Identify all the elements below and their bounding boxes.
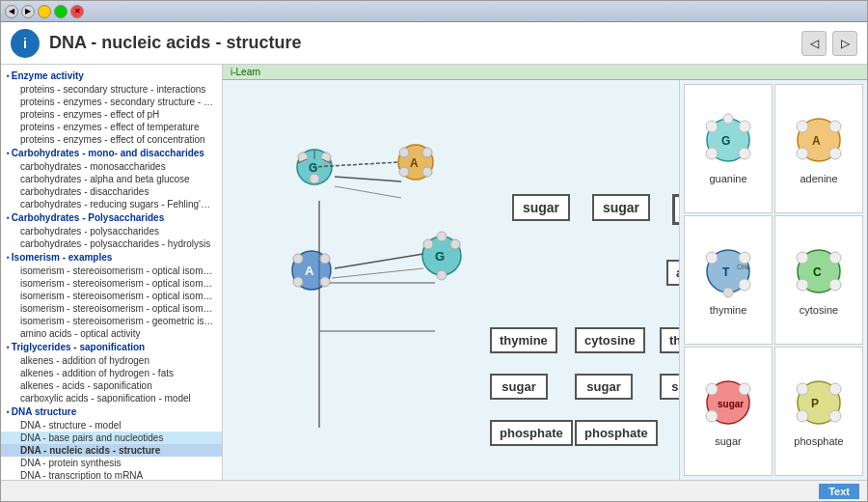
cytosine-image: C <box>785 244 853 302</box>
dna-canvas: G A <box>223 80 679 480</box>
svg-text:sugar: sugar <box>718 399 744 409</box>
label-thymine-2: thymine <box>660 327 679 353</box>
guanine-svg: G <box>694 113 762 169</box>
sidebar-item[interactable]: carbohydrates - reducing sugars - Fehlin… <box>1 198 222 210</box>
minimize-button[interactable] <box>38 5 51 18</box>
svg-point-62 <box>739 383 750 395</box>
sidebar-item[interactable]: carbohydrates - polysaccharides - hydrol… <box>1 237 222 250</box>
sidebar-category-enzyme[interactable]: Enzyme activity <box>1 69 222 83</box>
sidebar-item-dna-base-pairs[interactable]: DNA - base pairs and nucleotides <box>1 432 222 444</box>
svg-line-30 <box>335 177 401 181</box>
phosphate-card: P phosphate <box>774 347 863 476</box>
label-sugar-4: sugar <box>490 374 548 400</box>
sidebar-item[interactable]: carbohydrates - polysaccharides <box>1 225 222 237</box>
sidebar-item[interactable]: proteins - enzymes - effect of pH <box>1 108 222 121</box>
svg-line-31 <box>335 186 401 198</box>
thymine-image: T CH₃ <box>694 244 762 302</box>
sidebar-item[interactable]: DNA - structure - model <box>1 419 222 432</box>
svg-point-42 <box>797 121 808 132</box>
svg-line-32 <box>335 254 423 268</box>
nav-back-button[interactable]: ◁ <box>801 31 827 56</box>
sidebar-item[interactable]: carboxylic acids - saponification - mode… <box>1 392 222 404</box>
thymine-card: T CH₃ thymine <box>684 215 773 345</box>
svg-point-45 <box>829 148 841 159</box>
nav-forward-button[interactable]: ▷ <box>832 31 857 56</box>
dna-area: G A <box>223 80 867 480</box>
sidebar-item[interactable]: alkenes - acids - saponification <box>1 379 222 392</box>
sidebar-item[interactable]: proteins - secondary structure - interac… <box>1 83 222 96</box>
forward-button[interactable]: ▶ <box>21 5 35 18</box>
sidebar: Enzyme activity proteins - secondary str… <box>1 65 223 480</box>
sidebar-item[interactable]: isomerism - stereoisomerism - geometric … <box>1 315 222 327</box>
svg-point-37 <box>706 148 718 159</box>
sidebar-item[interactable]: isomerism - stereoisomerism - optical is… <box>1 277 222 290</box>
titlebar-controls: ◀ ▶ ✕ <box>5 5 84 18</box>
sidebar-category-dna[interactable]: DNA structure <box>1 404 222 419</box>
sidebar-category-triglycerides[interactable]: Triglycerides - saponification <box>1 340 222 354</box>
svg-point-69 <box>829 410 841 422</box>
close-button[interactable]: ✕ <box>70 5 84 18</box>
sidebar-category-isomerism[interactable]: Isomerism - examples <box>1 250 222 265</box>
svg-point-66 <box>797 383 808 395</box>
svg-point-55 <box>797 252 808 264</box>
label-sugar-6: sugar <box>660 374 679 400</box>
sidebar-item[interactable]: carbohydrates - disaccharides <box>1 185 222 198</box>
guanine-card: G guanine <box>684 84 773 213</box>
sidebar-item[interactable]: isomerism - stereoisomerism - optical is… <box>1 265 222 277</box>
sidebar-item[interactable]: DNA - protein synthesis <box>1 457 222 469</box>
svg-line-33 <box>332 268 423 278</box>
titlebar: ◀ ▶ ✕ <box>1 1 867 22</box>
sugar-svg: sugar <box>694 376 762 432</box>
label-sugar-1: sugar <box>512 194 570 221</box>
cytosine-svg: C <box>785 244 853 300</box>
sidebar-item[interactable]: proteins - enzymes - effect of temperatu… <box>1 121 222 133</box>
sidebar-item[interactable]: alkenes - addition of hydrogen - fats <box>1 367 222 379</box>
svg-point-36 <box>739 121 750 132</box>
maximize-button[interactable] <box>54 5 68 18</box>
content-area: i-Learn <box>223 65 867 480</box>
svg-text:P: P <box>811 397 819 410</box>
cytosine-card: C cytosine <box>774 215 863 345</box>
sidebar-category-carbohydrates-poly[interactable]: Carbohydrates - Polysaccharides <box>1 210 222 225</box>
svg-point-25 <box>450 239 460 249</box>
adenine-image: A <box>785 113 853 171</box>
app-logo: i <box>11 29 40 58</box>
svg-point-48 <box>706 252 718 264</box>
sidebar-item[interactable]: carbohydrates - alpha and beta glucose <box>1 173 222 185</box>
svg-text:A: A <box>305 264 314 278</box>
sidebar-item[interactable]: isomerism - stereoisomerism - optical is… <box>1 290 222 302</box>
sidebar-item[interactable]: proteins - enzymes - effect of concentra… <box>1 133 222 146</box>
svg-point-44 <box>797 148 808 159</box>
app-header: i DNA - nucleic acids - structure ◁ ▷ <box>1 22 867 65</box>
sidebar-category-carbohydrates-mono[interactable]: Carbohydrates - mono- and disaccharides <box>1 146 222 160</box>
phosphate-label: phosphate <box>794 435 843 447</box>
label-cytosine: cytosine <box>575 327 645 353</box>
svg-point-68 <box>797 410 808 422</box>
svg-point-35 <box>706 121 718 132</box>
sidebar-item[interactable]: DNA - transcription to mRNA <box>1 469 222 480</box>
right-panel: G guanine <box>679 80 867 480</box>
ilearn-label: i-Learn <box>223 65 867 80</box>
svg-point-57 <box>829 279 841 291</box>
sidebar-item[interactable]: proteins - enzymes - secondary structure… <box>1 96 222 108</box>
text-button[interactable]: Text <box>819 484 859 499</box>
svg-point-43 <box>829 121 841 132</box>
svg-text:G: G <box>435 249 445 264</box>
header-nav: ◁ ▷ <box>801 31 857 56</box>
sidebar-item[interactable]: isomerism - stereoisomerism - optical is… <box>1 302 222 315</box>
svg-point-20 <box>293 277 303 287</box>
sidebar-item[interactable]: alkenes - addition of hydrogen <box>1 354 222 367</box>
phosphate-image: P <box>785 376 853 433</box>
sugar-image: sugar <box>694 376 762 433</box>
sidebar-item-dna-nucleic-acids[interactable]: DNA - nucleic acids - structure <box>1 444 222 457</box>
sidebar-item[interactable]: amino acids - optical activity <box>1 327 222 340</box>
svg-point-21 <box>320 277 330 287</box>
svg-point-50 <box>739 279 750 291</box>
label-sugar-3: sugar <box>672 194 679 225</box>
main-content: Enzyme activity proteins - secondary str… <box>1 65 867 480</box>
back-button[interactable]: ◀ <box>5 5 18 18</box>
svg-point-14 <box>399 167 409 177</box>
cytosine-label: cytosine <box>800 304 838 316</box>
sidebar-item[interactable]: carbohydrates - monosaccharides <box>1 160 222 173</box>
svg-text:C: C <box>813 265 822 279</box>
